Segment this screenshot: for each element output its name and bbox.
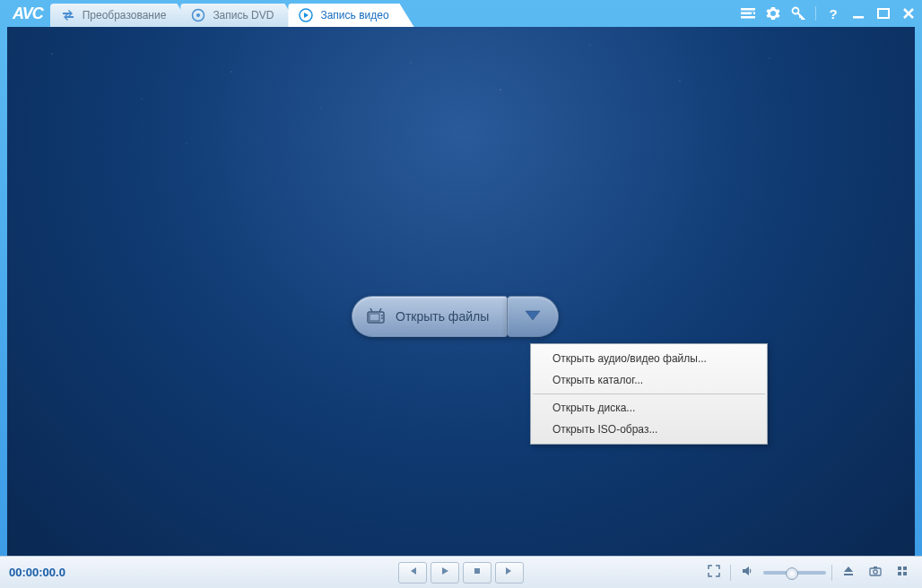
help-icon[interactable]: ? xyxy=(825,5,841,22)
svg-rect-19 xyxy=(903,566,907,570)
open-files-splitbutton: Открыть файлы xyxy=(352,296,559,337)
tab-label: Запись видео xyxy=(320,9,388,22)
menu-icon[interactable] xyxy=(740,5,756,22)
minimize-icon[interactable] xyxy=(850,5,866,22)
menu-open-disc[interactable]: Открыть диска... xyxy=(531,397,767,419)
skip-back-icon xyxy=(407,566,418,579)
tv-icon xyxy=(365,306,387,327)
svg-rect-8 xyxy=(853,16,864,19)
timecode: 00:00:00.0 xyxy=(9,566,65,579)
separator xyxy=(831,565,832,581)
tab-convert[interactable]: Преобразование xyxy=(50,4,192,27)
disc-icon xyxy=(191,8,205,22)
window-controls: ? xyxy=(740,5,917,22)
play-icon xyxy=(439,566,450,579)
gear-icon[interactable] xyxy=(765,5,781,22)
svg-rect-18 xyxy=(898,566,901,570)
bottom-bar: 00:00:00.0 xyxy=(0,556,922,588)
speaker-icon xyxy=(741,565,753,580)
playback-controls xyxy=(398,562,524,584)
volume-button[interactable] xyxy=(736,563,758,583)
svg-rect-3 xyxy=(741,8,755,11)
maximize-icon[interactable] xyxy=(875,5,892,22)
titlebar: AVC Преобразование Запись DVD Запись вид… xyxy=(0,0,922,27)
svg-point-12 xyxy=(381,315,383,316)
svg-rect-17 xyxy=(874,566,877,568)
skip-forward-icon xyxy=(504,566,515,579)
tab-label: Запись DVD xyxy=(213,9,274,22)
play-circle-icon xyxy=(299,8,313,22)
svg-point-7 xyxy=(793,8,799,14)
svg-rect-5 xyxy=(741,16,755,19)
open-files-dropdown-toggle[interactable] xyxy=(508,296,559,337)
camera-icon xyxy=(869,565,882,580)
menu-open-iso[interactable]: Открыть ISO-образ... xyxy=(531,419,767,440)
separator xyxy=(815,6,816,21)
menu-separator xyxy=(533,393,765,394)
app-logo: AVC xyxy=(5,4,50,23)
fullscreen-button[interactable] xyxy=(703,563,725,583)
prev-button[interactable] xyxy=(398,562,427,584)
app-window: AVC Преобразование Запись DVD Запись вид… xyxy=(0,0,922,588)
tab-label: Преобразование xyxy=(83,9,167,22)
play-button[interactable] xyxy=(431,562,459,584)
svg-point-6 xyxy=(752,13,753,14)
grid-button[interactable] xyxy=(892,563,913,583)
main-area: Открыть файлы Открыть аудио/видео файлы.… xyxy=(7,27,915,556)
svg-point-16 xyxy=(874,570,877,574)
svg-rect-20 xyxy=(898,572,901,575)
menu-open-folder[interactable]: Открыть каталог... xyxy=(531,369,767,391)
tab-record[interactable]: Запись видео xyxy=(288,4,413,27)
fullscreen-icon xyxy=(708,565,720,580)
svg-point-13 xyxy=(381,317,383,319)
eject-button[interactable] xyxy=(838,563,859,583)
stop-button[interactable] xyxy=(463,562,491,584)
svg-rect-14 xyxy=(474,568,480,574)
open-files-button[interactable]: Открыть файлы xyxy=(352,296,508,337)
next-button[interactable] xyxy=(495,562,524,584)
stop-icon xyxy=(472,566,483,579)
background-stars xyxy=(7,27,915,556)
grid-icon xyxy=(896,565,909,580)
svg-point-1 xyxy=(196,13,200,17)
key-icon[interactable] xyxy=(790,5,806,22)
eject-icon xyxy=(842,565,855,580)
convert-icon xyxy=(61,8,75,22)
tabs: Преобразование Запись DVD Запись видео xyxy=(50,4,740,27)
menu-open-av-files[interactable]: Открыть аудио/видео файлы... xyxy=(531,348,767,369)
open-files-label: Открыть файлы xyxy=(396,309,489,324)
tab-dvd[interactable]: Запись DVD xyxy=(180,4,299,27)
svg-rect-11 xyxy=(370,314,379,321)
volume-slider[interactable] xyxy=(763,571,826,575)
svg-rect-9 xyxy=(878,9,889,18)
right-controls xyxy=(703,563,913,583)
svg-rect-21 xyxy=(903,572,907,575)
chevron-down-icon xyxy=(524,308,542,325)
snapshot-button[interactable] xyxy=(865,563,886,583)
separator xyxy=(730,565,731,581)
close-icon[interactable] xyxy=(900,5,917,22)
open-dropdown-menu: Открыть аудио/видео файлы... Открыть кат… xyxy=(530,343,768,445)
